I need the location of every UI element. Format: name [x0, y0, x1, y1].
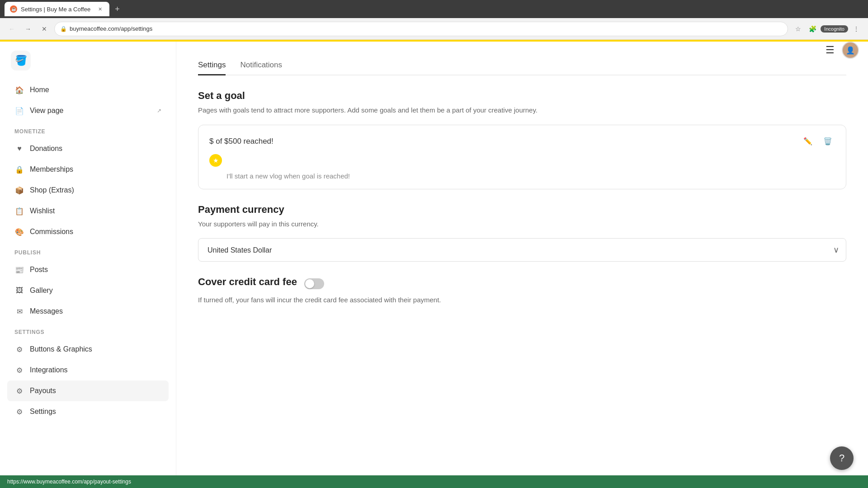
tab-favicon: ☕ [10, 5, 17, 13]
back-button[interactable]: ← [5, 23, 18, 35]
sidebar-inner: 🏠 Home 📄 View page ↗ MONETIZE ♥ Donation… [0, 80, 176, 475]
currency-section-desc: Your supporters will pay in this currenc… [198, 219, 846, 230]
sidebar-item-buttons-graphics[interactable]: ⚙ Buttons & Graphics [7, 339, 169, 360]
tab-close-button[interactable]: ✕ [96, 5, 104, 13]
sidebar-logo: 🪣 [0, 42, 176, 80]
browser-tab[interactable]: ☕ Settings | Buy Me a Coffee ✕ [5, 2, 109, 16]
sidebar-item-integrations[interactable]: ⚙ Integrations [7, 360, 169, 380]
lock-icon: 🔒 [60, 26, 67, 32]
goal-star-icon: ★ [209, 154, 222, 167]
shop-icon: 📦 [14, 185, 24, 195]
sidebar-item-memberships[interactable]: 🔒 Memberships [7, 159, 169, 180]
commissions-label: Commissions [30, 228, 73, 236]
sidebar-item-commissions[interactable]: 🎨 Commissions [7, 221, 169, 242]
currency-select[interactable]: United States Dollar Euro British Pound … [198, 238, 846, 262]
goal-card-title: $ of $500 reached! [209, 137, 274, 146]
external-link-icon: ↗ [157, 108, 161, 114]
home-label: Home [30, 86, 49, 94]
commissions-icon: 🎨 [14, 227, 24, 237]
edit-goal-button[interactable]: ✏️ [801, 134, 815, 149]
settings-icon: ⚙ [14, 407, 24, 417]
delete-goal-button[interactable]: 🗑️ [821, 134, 835, 149]
tabs: Settings Notifications [198, 56, 846, 75]
gallery-label: Gallery [30, 286, 53, 295]
app-layout: 🪣 🏠 Home 📄 View page ↗ MONETIZE [0, 42, 868, 475]
fee-section-title: Cover credit card fee [198, 276, 297, 288]
fee-header: Cover credit card fee [198, 276, 846, 291]
buttons-graphics-label: Buttons & Graphics [30, 345, 92, 353]
tab-settings[interactable]: Settings [198, 56, 226, 75]
sidebar-nav: 🏠 Home 📄 View page ↗ MONETIZE ♥ Donation… [0, 80, 176, 422]
sidebar-item-gallery[interactable]: 🖼 Gallery [7, 280, 169, 301]
wishlist-icon: 📋 [14, 206, 24, 216]
fee-toggle[interactable] [304, 278, 324, 289]
sidebar-item-payouts[interactable]: ⚙ Payouts [7, 380, 169, 401]
extension-button[interactable]: 🧩 [806, 23, 819, 35]
address-bar[interactable]: 🔒 buymeacoffee.com/app/settings [54, 22, 788, 36]
messages-icon: ✉ [14, 306, 24, 316]
posts-label: Posts [30, 266, 48, 274]
reload-button[interactable]: ✕ [38, 23, 51, 35]
logo-icon: 🪣 [11, 51, 31, 70]
sidebar-item-view-page[interactable]: 📄 View page ↗ [7, 100, 169, 121]
fee-desc: If turned off, your fans will incur the … [198, 295, 846, 305]
toolbar-actions: ☆ 🧩 Incognito ⋮ [792, 23, 863, 35]
status-bar: https://www.buymeacoffee.com/app/payout-… [0, 475, 868, 488]
star-button[interactable]: ☆ [792, 23, 804, 35]
donations-icon: ♥ [14, 144, 24, 154]
status-url: https://www.buymeacoffee.com/app/payout-… [7, 479, 131, 485]
currency-select-wrapper: United States Dollar Euro British Pound … [198, 238, 846, 262]
gallery-icon: 🖼 [14, 286, 24, 296]
forward-button[interactable]: → [22, 23, 34, 35]
payouts-icon: ⚙ [14, 386, 24, 396]
hamburger-icon[interactable]: ☰ [826, 44, 835, 56]
settings-section-label: SETTINGS [7, 322, 169, 339]
memberships-label: Memberships [30, 165, 73, 174]
sidebar-item-donations[interactable]: ♥ Donations [7, 138, 169, 159]
currency-section: Payment currency Your supporters will pa… [198, 204, 846, 262]
view-page-icon: 📄 [14, 106, 24, 116]
monetize-section-label: MONETIZE [7, 121, 169, 138]
main-content: Settings Notifications Set a goal Pages … [176, 42, 868, 475]
goal-section-desc: Pages with goals tend to attract more su… [198, 105, 846, 116]
donations-label: Donations [30, 145, 62, 153]
goal-description: I'll start a new vlog when goal is reach… [209, 172, 835, 180]
goal-card-actions: ✏️ 🗑️ [801, 134, 835, 149]
sidebar-item-posts[interactable]: 📰 Posts [7, 259, 169, 280]
home-icon: 🏠 [14, 85, 24, 95]
browser-frame: ☕ Settings | Buy Me a Coffee ✕ + ← → ✕ 🔒… [0, 0, 868, 488]
toggle-knob [305, 279, 314, 288]
browser-titlebar: ☕ Settings | Buy Me a Coffee ✕ + [0, 0, 868, 18]
help-button[interactable]: ? [830, 446, 854, 470]
sidebar-item-wishlist[interactable]: 📋 Wishlist [7, 201, 169, 221]
posts-icon: 📰 [14, 265, 24, 275]
goal-card-header: $ of $500 reached! ✏️ 🗑️ [209, 134, 835, 149]
tab-title: Settings | Buy Me a Coffee [21, 6, 90, 13]
tab-notifications[interactable]: Notifications [240, 56, 282, 75]
goal-card: $ of $500 reached! ✏️ 🗑️ ★ I'll start a … [198, 125, 846, 189]
sidebar-item-home[interactable]: 🏠 Home [7, 80, 169, 100]
sidebar: 🪣 🏠 Home 📄 View page ↗ MONETIZE [0, 42, 176, 475]
buttons-graphics-icon: ⚙ [14, 344, 24, 354]
help-icon: ? [839, 452, 844, 464]
currency-section-title: Payment currency [198, 204, 846, 216]
memberships-icon: 🔒 [14, 164, 24, 174]
shop-label: Shop (Extras) [30, 186, 74, 194]
view-page-label: View page [30, 107, 63, 115]
app-header: ☰ 👤 [826, 42, 859, 59]
incognito-badge[interactable]: Incognito [821, 25, 848, 33]
sidebar-item-shop[interactable]: 📦 Shop (Extras) [7, 180, 169, 201]
sidebar-item-settings[interactable]: ⚙ Settings [7, 401, 169, 422]
publish-section-label: PUBLISH [7, 242, 169, 259]
goal-progress: ★ [209, 154, 835, 167]
settings-nav-label: Settings [30, 408, 56, 416]
avatar[interactable]: 👤 [842, 42, 859, 59]
new-tab-button[interactable]: + [113, 3, 122, 16]
menu-button[interactable]: ⋮ [850, 23, 863, 35]
integrations-label: Integrations [30, 366, 68, 374]
fee-section: Cover credit card fee If turned off, you… [198, 276, 846, 305]
goal-section-title: Set a goal [198, 90, 846, 102]
sidebar-item-messages[interactable]: ✉ Messages [7, 301, 169, 322]
messages-label: Messages [30, 307, 63, 315]
browser-toolbar: ← → ✕ 🔒 buymeacoffee.com/app/settings ☆ … [0, 18, 868, 40]
